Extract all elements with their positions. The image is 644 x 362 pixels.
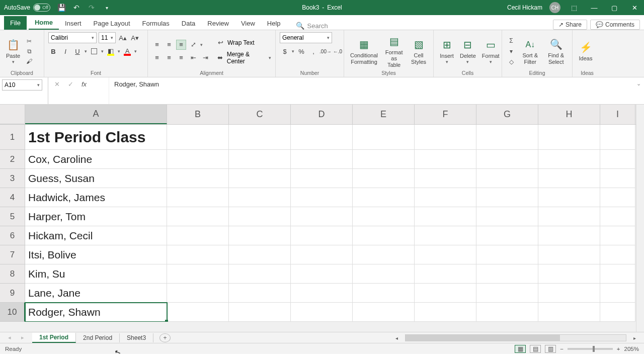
row-header[interactable]: 2 <box>0 150 25 169</box>
cell-C10[interactable] <box>229 303 291 322</box>
cell-I5[interactable] <box>600 207 635 226</box>
cancel-formula-icon[interactable]: ✕ <box>54 80 60 88</box>
cut-icon[interactable]: ✂ <box>24 37 34 46</box>
col-header-D[interactable]: D <box>291 105 353 124</box>
tab-review[interactable]: Review <box>201 17 235 30</box>
cell-styles-button[interactable]: ▧Cell Styles <box>408 36 429 65</box>
cell-I3[interactable] <box>600 169 635 188</box>
format-as-table-button[interactable]: ▤Format as Table <box>382 33 406 68</box>
cell-E5[interactable] <box>353 207 415 226</box>
row-header[interactable]: 1 <box>0 125 25 150</box>
cell-C9[interactable] <box>229 284 291 303</box>
cell-G10[interactable] <box>476 303 538 322</box>
cell-F10[interactable] <box>415 303 476 322</box>
autosum-icon[interactable]: Σ <box>506 36 516 45</box>
orientation-icon[interactable]: ⤢ <box>188 40 198 50</box>
font-size-combo[interactable]: 11▾ <box>99 32 116 43</box>
cell-H3[interactable] <box>538 169 600 188</box>
cell-A1[interactable]: 1st Period Class <box>25 125 167 150</box>
cell-D7[interactable] <box>291 245 353 264</box>
cell-F6[interactable] <box>415 226 476 245</box>
cell-C1[interactable] <box>229 125 291 150</box>
align-left-icon[interactable]: ≡ <box>152 53 162 63</box>
enter-formula-icon[interactable]: ✓ <box>68 80 73 88</box>
col-header-I[interactable]: I <box>600 105 635 124</box>
cell-D10[interactable] <box>291 303 353 322</box>
shrink-font-icon[interactable]: A▾ <box>130 33 140 43</box>
cell-I1[interactable] <box>600 125 635 150</box>
cell-G5[interactable] <box>476 207 538 226</box>
cell-H1[interactable] <box>538 125 600 150</box>
autosave-toggle[interactable]: Off <box>33 4 50 12</box>
row-header[interactable]: 7 <box>0 245 25 264</box>
cell-B7[interactable] <box>167 245 229 264</box>
spreadsheet-grid[interactable]: A B C D E F G H I 11st Period Class2Cox,… <box>0 105 644 332</box>
tab-scroll-right-icon[interactable]: ▸ <box>21 334 24 341</box>
delete-cells-button[interactable]: ⊟Delete▾ <box>458 37 478 66</box>
row-header[interactable]: 6 <box>0 226 25 245</box>
align-bottom-icon[interactable]: ≡ <box>176 40 186 50</box>
close-button[interactable]: ✕ <box>628 1 641 14</box>
align-center-icon[interactable]: ≡ <box>164 53 174 63</box>
maximize-button[interactable]: ▢ <box>608 1 621 14</box>
fill-color-button[interactable]: ◧ <box>106 46 116 56</box>
cell-I9[interactable] <box>600 284 635 303</box>
cell-G2[interactable] <box>476 150 538 169</box>
cell-H7[interactable] <box>538 245 600 264</box>
cell-G7[interactable] <box>476 245 538 264</box>
cell-E8[interactable] <box>353 264 415 284</box>
merge-center-button[interactable]: ⬌Merge & Center▾ <box>215 51 271 65</box>
autosave-toggle-group[interactable]: AutoSave Off <box>0 4 50 12</box>
ideas-button[interactable]: ⚡Ideas <box>577 39 595 62</box>
cell-D8[interactable] <box>291 264 353 284</box>
cell-A9[interactable]: Lane, Jane <box>25 284 167 303</box>
cell-F7[interactable] <box>415 245 476 264</box>
cell-D3[interactable] <box>291 169 353 188</box>
save-icon[interactable]: 💾 <box>57 4 65 12</box>
grow-font-icon[interactable]: A▴ <box>118 33 128 43</box>
wrap-text-button[interactable]: ↩Wrap Text <box>215 38 271 48</box>
cell-G3[interactable] <box>476 169 538 188</box>
cell-F5[interactable] <box>415 207 476 226</box>
cell-D4[interactable] <box>291 188 353 207</box>
col-header-E[interactable]: E <box>353 105 415 124</box>
cell-G8[interactable] <box>476 264 538 284</box>
new-sheet-button[interactable]: + <box>159 333 171 342</box>
col-header-B[interactable]: B <box>167 105 229 124</box>
row-header[interactable]: 4 <box>0 188 25 207</box>
cell-E6[interactable] <box>353 226 415 245</box>
user-name[interactable]: Cecil Hickam <box>507 4 542 11</box>
cell-I7[interactable] <box>600 245 635 264</box>
sheet-tab-1st-period[interactable]: 1st Period <box>32 333 76 343</box>
find-select-button[interactable]: 🔍Find & Select <box>544 36 569 65</box>
cell-C5[interactable] <box>229 207 291 226</box>
cell-C8[interactable] <box>229 264 291 284</box>
ribbon-mode-icon[interactable]: ⬚ <box>568 1 581 14</box>
comma-format-icon[interactable]: , <box>308 46 318 56</box>
underline-button[interactable]: U <box>72 46 83 56</box>
col-header-C[interactable]: C <box>229 105 291 124</box>
borders-button[interactable] <box>89 46 99 56</box>
sheet-tab-sheet3[interactable]: Sheet3 <box>120 333 153 342</box>
italic-button[interactable]: I <box>60 46 70 56</box>
cell-E1[interactable] <box>353 125 415 150</box>
cell-E10[interactable] <box>353 303 415 322</box>
cell-A5[interactable]: Harper, Tom <box>25 207 167 226</box>
redo-icon[interactable]: ↷ <box>88 4 96 12</box>
horizontal-scrollbar[interactable]: ◂ ▸ <box>395 334 636 342</box>
qat-customize-icon[interactable]: ▾ <box>103 4 111 12</box>
row-header[interactable]: 9 <box>0 284 25 303</box>
col-header-A[interactable]: A <box>25 105 167 124</box>
cell-I4[interactable] <box>600 188 635 207</box>
format-cells-button[interactable]: ▭Format▾ <box>480 37 502 66</box>
row-header[interactable]: 10 <box>0 303 25 322</box>
decrease-indent-icon[interactable]: ⇤ <box>188 53 198 63</box>
share-button[interactable]: ↗Share <box>553 20 587 30</box>
cell-H5[interactable] <box>538 207 600 226</box>
page-break-view-icon[interactable]: ▥ <box>545 345 556 353</box>
cell-D1[interactable] <box>291 125 353 150</box>
zoom-level[interactable]: 205% <box>624 346 639 352</box>
col-header-H[interactable]: H <box>538 105 600 124</box>
col-header-G[interactable]: G <box>476 105 538 124</box>
tab-scroll-left-icon[interactable]: ◂ <box>8 334 11 341</box>
